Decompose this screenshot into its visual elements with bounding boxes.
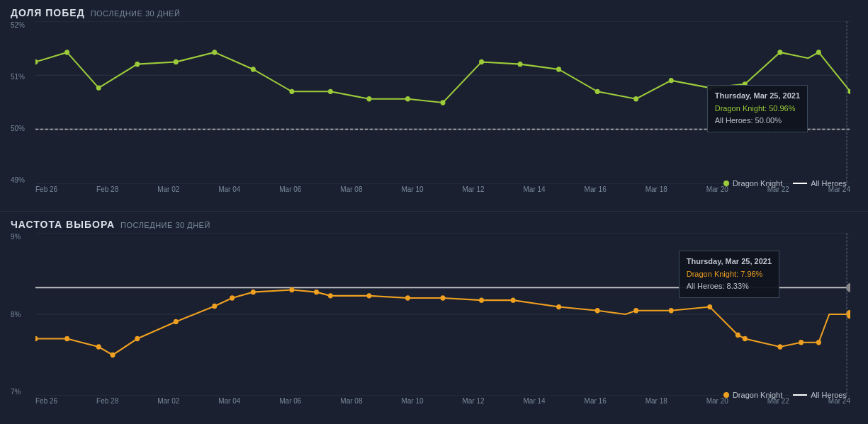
svg-point-22 bbox=[669, 78, 674, 83]
svg-point-45 bbox=[366, 293, 371, 298]
svg-point-13 bbox=[328, 89, 333, 94]
y-label-50: 50% bbox=[11, 125, 25, 132]
y-label-49: 49% bbox=[11, 176, 25, 184]
svg-point-37 bbox=[135, 336, 140, 341]
svg-point-58 bbox=[799, 340, 804, 345]
svg-point-42 bbox=[289, 287, 294, 292]
svg-point-48 bbox=[479, 297, 484, 302]
svg-point-40 bbox=[230, 295, 235, 300]
svg-point-56 bbox=[743, 336, 748, 341]
chart1-all-line bbox=[793, 183, 807, 184]
svg-point-61 bbox=[846, 283, 850, 292]
svg-point-52 bbox=[633, 308, 638, 313]
svg-point-8 bbox=[135, 62, 140, 67]
svg-point-26 bbox=[816, 50, 821, 55]
svg-point-36 bbox=[111, 353, 115, 357]
chart2-all-line bbox=[793, 394, 807, 396]
svg-point-10 bbox=[212, 50, 217, 55]
chart1-svg bbox=[35, 21, 850, 184]
chart2-legend-dk: Dragon Knight bbox=[723, 391, 782, 399]
svg-point-43 bbox=[314, 290, 319, 294]
svg-point-12 bbox=[289, 89, 294, 94]
svg-point-14 bbox=[366, 96, 371, 101]
svg-point-5 bbox=[35, 59, 38, 64]
chart2-title-sub: ПОСЛЕДНИЕ 30 ДНЕЙ bbox=[120, 221, 210, 229]
svg-point-25 bbox=[777, 50, 782, 55]
chart1-dk-dot bbox=[723, 181, 729, 186]
svg-point-57 bbox=[777, 344, 782, 349]
svg-point-49 bbox=[511, 297, 516, 302]
y-label-8: 8% bbox=[11, 311, 21, 319]
svg-point-6 bbox=[64, 50, 69, 55]
svg-point-35 bbox=[96, 344, 101, 349]
chart1-y-axis: 52% 51% 50% 49% bbox=[11, 21, 25, 184]
chart2-legend: Dragon Knight All Heroes bbox=[723, 391, 847, 399]
svg-point-44 bbox=[328, 293, 333, 298]
chart2-dk-label: Dragon Knight bbox=[733, 391, 782, 399]
chart1-legend: Dragon Knight All Heroes bbox=[723, 179, 847, 188]
svg-point-50 bbox=[556, 304, 561, 309]
chart1-dk-label: Dragon Knight bbox=[733, 179, 782, 188]
svg-point-51 bbox=[595, 308, 600, 313]
chart1-all-label: All Heroes bbox=[811, 179, 847, 188]
chart2-dk-dot bbox=[723, 392, 729, 398]
svg-point-54 bbox=[707, 304, 712, 309]
chart1-title-main: ДОЛЯ ПОБЕД bbox=[11, 7, 85, 18]
svg-point-34 bbox=[64, 336, 69, 341]
svg-point-7 bbox=[96, 85, 101, 90]
svg-point-23 bbox=[707, 85, 712, 90]
svg-point-59 bbox=[816, 340, 821, 345]
pickrate-section: ЧАСТОТА ВЫБОРА ПОСЛЕДНИЕ 30 ДНЕЙ 9% 8% 7… bbox=[0, 212, 868, 423]
chart2-title-main: ЧАСТОТА ВЫБОРА bbox=[11, 219, 115, 230]
svg-point-46 bbox=[405, 295, 410, 300]
svg-point-53 bbox=[669, 308, 674, 313]
chart2-svg bbox=[35, 233, 850, 396]
svg-point-11 bbox=[251, 67, 256, 71]
svg-point-20 bbox=[595, 89, 600, 94]
chart1-legend-dk: Dragon Knight bbox=[723, 179, 782, 188]
y-label-51: 51% bbox=[11, 73, 25, 81]
chart1-title: ДОЛЯ ПОБЕД ПОСЛЕДНИЕ 30 ДНЕЙ bbox=[11, 7, 857, 18]
svg-point-18 bbox=[518, 62, 523, 67]
svg-point-17 bbox=[479, 59, 484, 64]
y-label-52: 52% bbox=[11, 21, 25, 29]
svg-point-16 bbox=[441, 100, 446, 105]
y-label-7: 7% bbox=[11, 388, 21, 396]
svg-point-55 bbox=[735, 333, 740, 338]
svg-point-33 bbox=[35, 336, 38, 341]
svg-point-24 bbox=[743, 81, 748, 86]
chart2-y-axis: 9% 8% 7% bbox=[11, 233, 21, 396]
svg-point-47 bbox=[441, 295, 446, 300]
chart2-legend-all: All Heroes bbox=[793, 391, 847, 399]
svg-point-38 bbox=[174, 319, 179, 324]
chart1-area: 52% 51% 50% 49% bbox=[35, 21, 850, 184]
chart1-title-sub: ПОСЛЕДНИЕ 30 ДНЕЙ bbox=[91, 9, 181, 18]
chart1-legend-all: All Heroes bbox=[793, 179, 847, 188]
svg-point-9 bbox=[174, 59, 179, 64]
svg-point-15 bbox=[405, 96, 410, 101]
winrate-section: ДОЛЯ ПОБЕД ПОСЛЕДНИЕ 30 ДНЕЙ 52% 51% 50%… bbox=[0, 0, 868, 212]
svg-point-41 bbox=[251, 290, 256, 294]
svg-point-21 bbox=[633, 96, 638, 101]
svg-point-39 bbox=[212, 304, 217, 309]
chart2-area: 9% 8% 7% bbox=[35, 233, 850, 396]
chart2-all-label: All Heroes bbox=[811, 391, 847, 399]
chart2-title: ЧАСТОТА ВЫБОРА ПОСЛЕДНИЕ 30 ДНЕЙ bbox=[11, 219, 857, 230]
svg-point-19 bbox=[556, 67, 561, 71]
y-label-9: 9% bbox=[11, 233, 21, 241]
